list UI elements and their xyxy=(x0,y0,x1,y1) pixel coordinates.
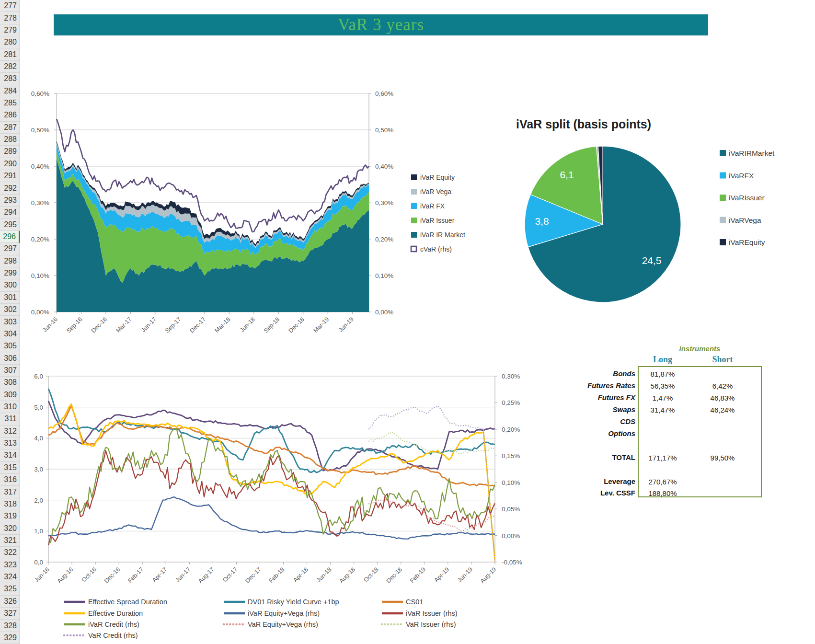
table-row-label-total[interactable]: TOTAL xyxy=(527,453,635,461)
legend-item[interactable]: VaR Credit (rhs) xyxy=(64,632,138,639)
table-cell-leverage-value[interactable]: 270,67% xyxy=(638,478,688,486)
row-header-296[interactable]: 296 xyxy=(0,231,20,243)
table-cell-short-futures-rates[interactable]: 6,42% xyxy=(698,382,747,390)
legend-item[interactable]: iVaR Equity+Vega (rhs) xyxy=(224,610,320,617)
row-header-302[interactable]: 302 xyxy=(0,304,20,316)
row-header-283[interactable]: 283 xyxy=(0,73,20,85)
row-header-282[interactable]: 282 xyxy=(0,61,20,73)
row-header-326[interactable]: 326 xyxy=(0,596,20,608)
row-header-319[interactable]: 319 xyxy=(0,510,20,522)
title-banner[interactable]: VaR 3 years xyxy=(54,14,708,35)
row-header-304[interactable]: 304 xyxy=(0,328,20,340)
legend-item[interactable]: iVaR Credit (rhs) xyxy=(64,621,139,628)
row-header-284[interactable]: 284 xyxy=(0,85,20,97)
legend-item[interactable]: VaR Equity+Vega (rhs) xyxy=(224,621,318,628)
row-header-318[interactable]: 318 xyxy=(0,498,20,510)
pie-legend-item[interactable]: iVaRVega xyxy=(720,216,761,224)
table-row-label-futures-fx[interactable]: Futures FX xyxy=(527,393,635,402)
row-header-288[interactable]: 288 xyxy=(0,134,20,146)
row-header-278[interactable]: 278 xyxy=(0,12,20,24)
legend-item[interactable]: VaR Issuer (rhs) xyxy=(382,621,456,628)
legend-item[interactable]: DV01 Risky Yield Curve +1bp xyxy=(224,598,339,606)
row-header-277[interactable]: 277 xyxy=(0,0,20,12)
row-header-328[interactable]: 328 xyxy=(0,620,20,632)
row-header-285[interactable]: 285 xyxy=(0,97,20,109)
table-row-label-cds[interactable]: CDS xyxy=(527,417,635,426)
row-header-323[interactable]: 323 xyxy=(0,559,20,571)
legend-item[interactable]: Effective Spread Duration xyxy=(64,598,167,606)
row-header-305[interactable]: 305 xyxy=(0,340,20,352)
pie-legend-item[interactable]: iVaRFX xyxy=(720,172,754,180)
table-cell-short-swaps[interactable]: 46,24% xyxy=(698,406,747,414)
row-header-317[interactable]: 317 xyxy=(0,486,20,498)
row-header-312[interactable]: 312 xyxy=(0,426,20,437)
table-row-label-futures-rates[interactable]: Futures Rates xyxy=(527,381,635,390)
legend-item[interactable]: iVaR Issuer xyxy=(411,217,455,224)
row-header-295[interactable]: 295 xyxy=(0,218,20,230)
legend-item[interactable]: iVaR IR Market xyxy=(411,231,465,239)
row-header-313[interactable]: 313 xyxy=(0,437,20,449)
table-cell-long-swaps[interactable]: 31,47% xyxy=(638,406,688,414)
pie-legend-item[interactable]: iVaREquity xyxy=(720,238,765,246)
table-row-label-swaps[interactable]: Swaps xyxy=(527,405,635,414)
row-header-291[interactable]: 291 xyxy=(0,170,20,182)
row-header-310[interactable]: 310 xyxy=(0,401,20,413)
pie-legend-item[interactable]: iVaRIRMarket xyxy=(720,149,775,157)
row-header-301[interactable]: 301 xyxy=(0,292,20,304)
row-header-329[interactable]: 329 xyxy=(0,632,20,644)
pie-legend-item[interactable]: iVaRIssuer xyxy=(720,194,765,202)
row-header-314[interactable]: 314 xyxy=(0,449,20,461)
row-header-293[interactable]: 293 xyxy=(0,195,20,207)
row-header-315[interactable]: 315 xyxy=(0,462,20,474)
table-cell-long-futures-fx[interactable]: 1,47% xyxy=(638,394,688,402)
row-header-300[interactable]: 300 xyxy=(0,279,20,291)
row-header-308[interactable]: 308 xyxy=(0,377,20,389)
legend-item[interactable]: cVaR (rhs) xyxy=(411,245,452,253)
row-header-294[interactable]: 294 xyxy=(0,207,20,218)
row-header-327[interactable]: 327 xyxy=(0,608,20,620)
row-header-321[interactable]: 321 xyxy=(0,535,20,547)
legend-item[interactable]: CS01 xyxy=(382,598,423,606)
row-header-281[interactable]: 281 xyxy=(0,48,20,60)
table-cell-short-futures-fx[interactable]: 46,83% xyxy=(698,394,747,402)
row-header-287[interactable]: 287 xyxy=(0,122,20,134)
row-header-309[interactable]: 309 xyxy=(0,389,20,401)
row-header-320[interactable]: 320 xyxy=(0,522,20,534)
row-header-299[interactable]: 299 xyxy=(0,267,20,279)
row-header-292[interactable]: 292 xyxy=(0,182,20,194)
row-header-289[interactable]: 289 xyxy=(0,146,20,158)
legend-item[interactable]: iVaR Issuer (rhs) xyxy=(382,610,458,617)
x-axis-label: Feb-18 xyxy=(268,566,286,584)
row-header-324[interactable]: 324 xyxy=(0,571,20,583)
row-header-316[interactable]: 316 xyxy=(0,474,20,486)
row-header-311[interactable]: 311 xyxy=(0,413,20,425)
row-header-298[interactable]: 298 xyxy=(0,255,20,267)
legend-item[interactable]: iVaR Equity xyxy=(411,173,455,181)
table-row-label-leverage[interactable]: Leverage xyxy=(527,477,635,485)
ivar-area-chart[interactable]: 0,60%0,60%0,50%0,50%0,40%0,40%0,30%0,30%… xyxy=(31,90,465,334)
row-header-279[interactable]: 279 xyxy=(0,24,20,36)
table-cell-short-total[interactable]: 99,50% xyxy=(698,454,747,462)
table-row-label-bonds[interactable]: Bonds xyxy=(527,369,635,378)
y-axis-label-left: 0,30% xyxy=(31,199,49,207)
row-header-303[interactable]: 303 xyxy=(0,316,20,328)
table-cell-long-total[interactable]: 171,17% xyxy=(638,454,688,462)
row-header-286[interactable]: 286 xyxy=(0,109,20,121)
row-header-280[interactable]: 280 xyxy=(0,36,20,48)
table-cell-long-futures-rates[interactable]: 56,35% xyxy=(638,382,688,390)
table-row-label-options[interactable]: Options xyxy=(527,429,635,437)
legend-item[interactable]: iVaR Vega xyxy=(411,188,451,196)
row-header-306[interactable]: 306 xyxy=(0,352,20,364)
table-cell-lev-cssf-value[interactable]: 188,80% xyxy=(638,489,688,497)
legend-item[interactable]: Effective Duration xyxy=(64,610,143,617)
row-header-297[interactable]: 297 xyxy=(0,243,20,255)
legend-item[interactable]: iVaR FX xyxy=(411,202,445,210)
table-row-label-lev-cssf[interactable]: Lev. CSSF xyxy=(527,489,635,497)
duration-line-chart[interactable]: 6,05,04,03,02,01,00,00,30%0,25%0,20%0,15… xyxy=(33,373,522,639)
row-header-322[interactable]: 322 xyxy=(0,547,20,559)
ivar-pie-chart[interactable]: iVaR split (basis points)24,53,86,1iVaRI… xyxy=(516,117,775,302)
row-header-325[interactable]: 325 xyxy=(0,583,20,595)
row-header-290[interactable]: 290 xyxy=(0,158,20,170)
table-cell-long-bonds[interactable]: 81,87% xyxy=(638,370,688,378)
row-header-307[interactable]: 307 xyxy=(0,365,20,377)
